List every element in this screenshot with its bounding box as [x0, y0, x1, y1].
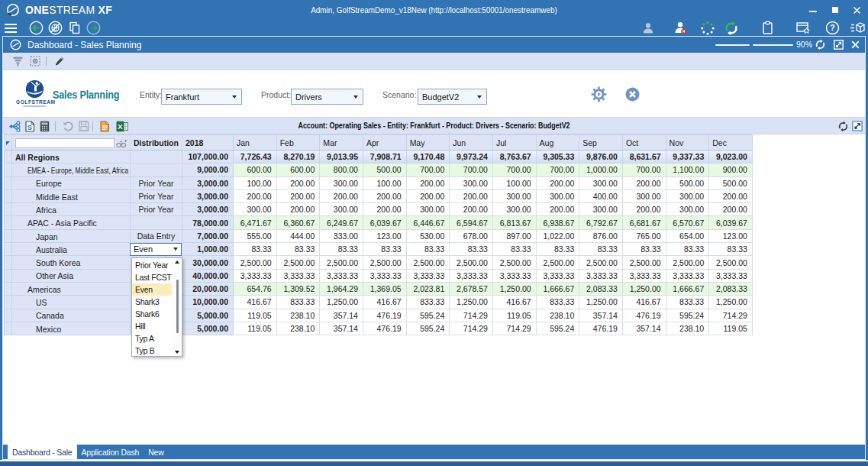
month-value-cell[interactable]: 200.00: [536, 203, 579, 216]
dropdown-option-typ-b[interactable]: Typ B: [132, 345, 172, 357]
nav-forward-button[interactable]: [86, 20, 101, 36]
month-value-cell[interactable]: 83.33: [276, 243, 320, 256]
month-value-cell[interactable]: 2,500.00: [709, 256, 753, 269]
year-total-cell[interactable]: 78,000.00: [182, 216, 234, 229]
month-value-cell[interactable]: 200.00: [450, 203, 493, 216]
month-value-cell[interactable]: 300.00: [579, 203, 623, 216]
month-value-cell[interactable]: 2,500.00: [234, 256, 277, 269]
month-value-cell[interactable]: 300.00: [320, 176, 363, 189]
scenario-combobox[interactable]: BudgetV2: [418, 89, 487, 105]
month-value-cell[interactable]: 9,973.24: [450, 150, 493, 163]
offline-globe-button[interactable]: [48, 20, 63, 36]
distribution-cell[interactable]: Prior Year: [131, 176, 182, 189]
month-value-cell[interactable]: 654.76: [234, 282, 277, 295]
row-indicator-cell[interactable]: [5, 150, 12, 163]
save-data-button[interactable]: S: [24, 118, 35, 134]
month-value-cell[interactable]: 800.00: [320, 163, 363, 176]
row-label[interactable]: All Regions: [12, 150, 131, 163]
month-value-cell[interactable]: 300.00: [492, 203, 536, 216]
month-value-cell[interactable]: 2,500.00: [492, 256, 536, 269]
distribution-cell[interactable]: Prior Year: [131, 189, 182, 202]
month-value-cell[interactable]: 3,333.33: [622, 269, 666, 282]
month-value-cell[interactable]: 200.00: [363, 189, 406, 202]
month-value-cell[interactable]: 9,876.00: [579, 150, 623, 163]
row-label[interactable]: Japan: [12, 229, 131, 242]
row-label[interactable]: Europe: [12, 176, 131, 189]
month-value-cell[interactable]: 83.33: [709, 243, 753, 256]
month-value-cell[interactable]: 100.00: [492, 176, 536, 189]
month-value-cell[interactable]: 200.00: [320, 189, 363, 202]
month-value-cell[interactable]: 600.00: [234, 163, 277, 176]
month-value-cell[interactable]: 119.05: [709, 322, 753, 335]
month-value-cell[interactable]: 83.33: [536, 243, 579, 256]
undo-button[interactable]: [63, 118, 74, 134]
year-total-cell[interactable]: 107,000.00: [182, 150, 234, 163]
month-value-cell[interactable]: 6,681.67: [622, 216, 666, 229]
month-value-cell[interactable]: 83.33: [363, 243, 406, 256]
month-value-cell[interactable]: 2,500.00: [320, 256, 363, 269]
month-value-cell[interactable]: 595.24: [666, 309, 709, 322]
year-total-cell[interactable]: 5,000.00: [182, 322, 234, 335]
month-value-cell[interactable]: 1,369.05: [363, 282, 406, 295]
filter-funnel-button[interactable]: [13, 53, 23, 70]
row-label[interactable]: Other Asia: [12, 269, 131, 282]
close-button[interactable]: [846, 0, 868, 20]
month-value-cell[interactable]: 238.10: [536, 309, 579, 322]
month-value-cell[interactable]: 200.00: [276, 176, 320, 189]
month-value-cell[interactable]: 357.14: [320, 309, 363, 322]
paste-document-button[interactable]: [99, 118, 110, 134]
month-value-cell[interactable]: 300.00: [579, 176, 623, 189]
month-value-cell[interactable]: 9,337.33: [666, 150, 709, 163]
month-value-cell[interactable]: 300.00: [234, 203, 277, 216]
row-label[interactable]: Canada: [12, 309, 131, 322]
month-value-cell[interactable]: 300.00: [536, 189, 579, 202]
month-value-cell[interactable]: 2,083.33: [709, 282, 753, 295]
month-value-cell[interactable]: 238.10: [276, 322, 320, 335]
month-value-cell[interactable]: 500.00: [666, 176, 709, 189]
month-value-cell[interactable]: 200.00: [363, 203, 406, 216]
dashboard-close-button[interactable]: [851, 40, 860, 49]
month-value-cell[interactable]: 119.05: [492, 309, 536, 322]
month-value-cell[interactable]: 100.00: [234, 176, 277, 189]
year-total-cell[interactable]: 9,000.00: [182, 163, 234, 176]
month-value-cell[interactable]: 83.33: [320, 243, 363, 256]
month-value-cell[interactable]: 1,250.00: [622, 282, 666, 295]
month-value-cell[interactable]: 3,333.33: [666, 269, 709, 282]
month-value-cell[interactable]: 6,813.67: [492, 216, 536, 229]
user-logoff-button[interactable]: [673, 20, 688, 36]
month-value-cell[interactable]: 2,500.00: [450, 256, 493, 269]
month-value-cell[interactable]: 416.67: [622, 296, 666, 309]
package-button[interactable]: [850, 20, 866, 36]
month-value-cell[interactable]: 357.14: [579, 309, 623, 322]
month-value-cell[interactable]: 833.33: [406, 296, 450, 309]
year-total-cell[interactable]: 3,000.00: [182, 203, 234, 216]
month-value-cell[interactable]: 100.00: [363, 176, 406, 189]
month-value-cell[interactable]: 8,270.19: [276, 150, 320, 163]
month-value-cell[interactable]: 119.05: [234, 309, 277, 322]
month-value-cell[interactable]: 83.33: [234, 243, 277, 256]
month-value-cell[interactable]: 444.00: [276, 229, 320, 242]
menu-button[interactable]: [5, 20, 17, 36]
process-tree-button[interactable]: [8, 118, 21, 134]
row-indicator-cell[interactable]: [5, 296, 12, 309]
row-indicator-cell[interactable]: [5, 309, 12, 322]
month-value-cell[interactable]: 6,570.67: [666, 216, 709, 229]
dashboard-popout-button[interactable]: [834, 40, 844, 50]
month-value-cell[interactable]: 83.33: [450, 243, 493, 256]
month-value-cell[interactable]: 6,249.67: [320, 216, 363, 229]
month-value-cell[interactable]: 83.33: [406, 243, 450, 256]
month-value-cell[interactable]: 3,333.33: [406, 269, 450, 282]
month-value-cell[interactable]: 1,666.67: [536, 282, 579, 295]
month-value-cell[interactable]: 2,500.00: [536, 256, 579, 269]
month-value-cell[interactable]: 2,500.00: [579, 256, 623, 269]
distribution-cell[interactable]: [131, 150, 182, 163]
month-value-cell[interactable]: 900.00: [709, 163, 753, 176]
month-value-cell[interactable]: 6,938.67: [536, 216, 579, 229]
row-indicator-cell[interactable]: [5, 269, 12, 282]
month-value-cell[interactable]: 3,333.33: [363, 269, 406, 282]
dropdown-option-prior-year[interactable]: Prior Year: [132, 259, 172, 271]
month-value-cell[interactable]: 714.29: [450, 309, 493, 322]
month-value-cell[interactable]: 200.00: [406, 189, 450, 202]
zoom-slider-track-1[interactable]: [715, 44, 750, 46]
month-value-cell[interactable]: 83.33: [666, 243, 709, 256]
